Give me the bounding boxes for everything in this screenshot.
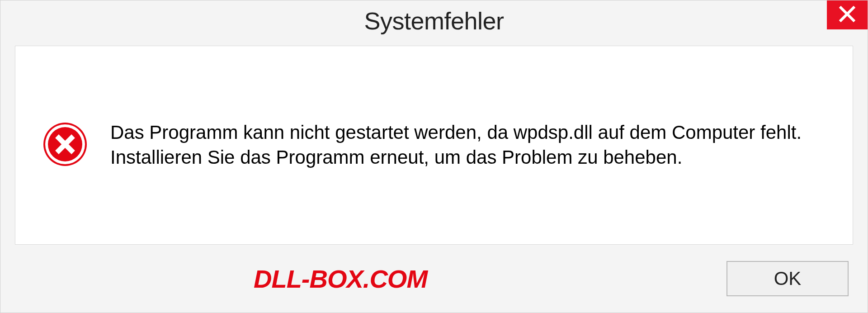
error-message: Das Programm kann nicht gestartet werden… — [110, 120, 830, 170]
close-button[interactable] — [827, 0, 868, 29]
title-bar: Systemfehler — [0, 0, 868, 41]
error-icon — [42, 122, 88, 169]
error-dialog: Systemfehler Das Programm kann nicht ges… — [0, 0, 868, 313]
ok-button[interactable]: OK — [726, 261, 849, 296]
close-icon — [839, 6, 855, 24]
footer-bar: DLL-BOX.COM OK — [0, 254, 868, 313]
watermark-text: DLL-BOX.COM — [254, 264, 427, 294]
dialog-title: Systemfehler — [364, 7, 504, 35]
content-panel: Das Programm kann nicht gestartet werden… — [15, 46, 853, 245]
